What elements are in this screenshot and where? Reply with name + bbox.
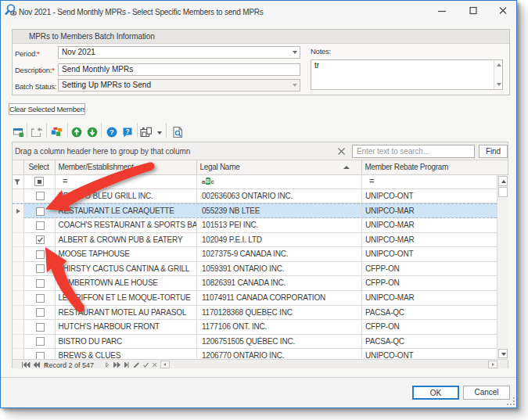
svg-text:?: ? xyxy=(126,127,130,135)
svg-text:?: ? xyxy=(110,127,114,136)
